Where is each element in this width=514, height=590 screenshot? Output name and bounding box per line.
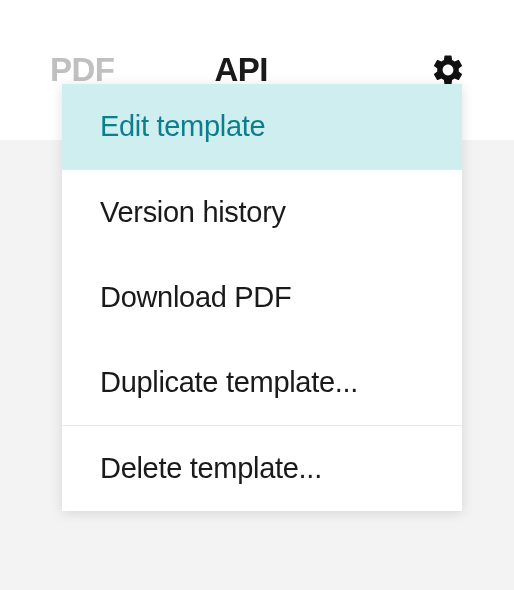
settings-dropdown: Edit template Version history Download P… bbox=[62, 84, 462, 511]
menu-duplicate-template[interactable]: Duplicate template... bbox=[62, 340, 462, 425]
menu-delete-template[interactable]: Delete template... bbox=[62, 426, 462, 511]
menu-version-history[interactable]: Version history bbox=[62, 170, 462, 255]
menu-download-pdf[interactable]: Download PDF bbox=[62, 255, 462, 340]
menu-edit-template[interactable]: Edit template bbox=[62, 84, 462, 169]
gear-icon[interactable] bbox=[430, 52, 466, 88]
